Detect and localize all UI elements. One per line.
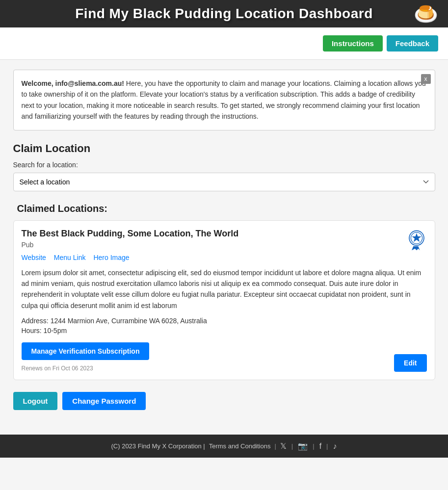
footer-social-icons: 𝕏 | 📷 | f | ♪ xyxy=(280,441,337,451)
pudding-icon: 🍮 xyxy=(414,2,438,26)
verified-badge-icon xyxy=(404,227,429,251)
location-hours: Hours: 10-5pm xyxy=(22,327,427,335)
bottom-actions: Logout Change Password xyxy=(13,392,435,410)
footer-copyright: (C) 2023 Find My X Corporation | xyxy=(111,442,205,450)
twitter-icon[interactable]: 𝕏 xyxy=(280,441,287,451)
terms-link[interactable]: Terms and Conditions xyxy=(209,442,271,450)
top-nav: Instructions Feedback xyxy=(0,27,448,60)
welcome-email: Welcome, info@sliema.com.au! xyxy=(22,79,124,87)
renews-text: Renews on Fri Oct 06 2023 xyxy=(22,365,93,372)
claim-section-title: Claim Location xyxy=(13,142,435,155)
welcome-banner: x Welcome, info@sliema.com.au! Here, you… xyxy=(13,70,435,130)
menu-link[interactable]: Menu Link xyxy=(54,254,86,261)
close-banner-button[interactable]: x xyxy=(421,74,431,84)
search-label: Search for a location: xyxy=(13,161,435,169)
logout-button[interactable]: Logout xyxy=(13,392,58,410)
location-name: The Best Black Pudding, Some Location, T… xyxy=(22,229,427,239)
edit-location-button[interactable]: Edit xyxy=(394,354,426,372)
location-select[interactable]: Select a location xyxy=(13,173,435,191)
main-content: x Welcome, info@sliema.com.au! Here, you… xyxy=(3,60,445,420)
website-link[interactable]: Website xyxy=(22,254,46,261)
hero-image-link[interactable]: Hero Image xyxy=(93,254,129,261)
instructions-button[interactable]: Instructions xyxy=(323,35,383,52)
change-password-button[interactable]: Change Password xyxy=(62,392,146,410)
page-title: Find My Black Pudding Location Dashboard xyxy=(75,6,372,22)
location-type: Pub xyxy=(22,241,427,249)
claimed-section: Claimed Locations: The Best Black Puddin… xyxy=(13,203,435,381)
tiktok-icon[interactable]: ♪ xyxy=(333,442,337,451)
claimed-section-title: Claimed Locations: xyxy=(13,203,435,214)
location-card: The Best Black Pudding, Some Location, T… xyxy=(13,220,435,381)
feedback-button[interactable]: Feedback xyxy=(387,35,438,52)
facebook-icon[interactable]: f xyxy=(319,442,321,451)
manage-verification-button[interactable]: Manage Verification Subscription xyxy=(22,342,150,360)
location-links: Website Menu Link Hero Image xyxy=(22,254,427,261)
page-header: Find My Black Pudding Location Dashboard… xyxy=(0,0,448,27)
instagram-icon[interactable]: 📷 xyxy=(298,441,308,451)
location-address: Address: 1244 Marmion Ave, Currambine WA… xyxy=(22,317,427,325)
footer-sep-1: | xyxy=(274,442,276,450)
location-description: Lorem ipsum dolor sit amet, consectetur … xyxy=(22,267,427,311)
page-footer: (C) 2023 Find My X Corporation | Terms a… xyxy=(0,435,448,458)
